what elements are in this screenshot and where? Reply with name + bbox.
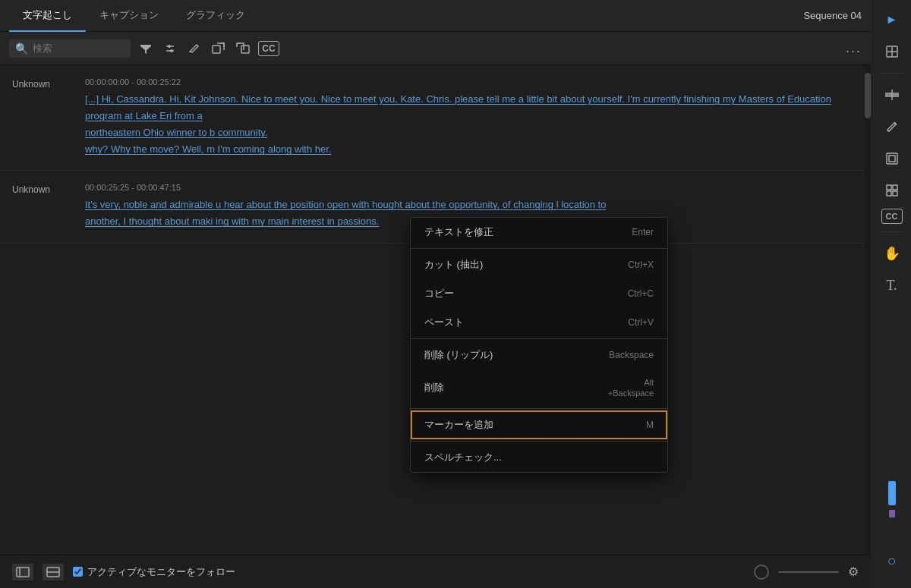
text-span-3: why? Why the move? Well, m (85, 143, 215, 155)
more-options-icon[interactable]: ... (846, 40, 862, 56)
menu-item-delete-ripple[interactable]: 削除 (リップル) Backspace (411, 341, 667, 369)
timestamp: 00:00:25:25 - 00:00:47:15 (85, 183, 859, 192)
menu-item-copy-label: コピー (424, 287, 454, 300)
text-span-froma: from a (172, 110, 202, 121)
monitor-follow-checkbox[interactable] (73, 567, 83, 577)
scrollbar-track[interactable] (865, 65, 871, 555)
text-span-community: community. (215, 127, 267, 138)
sequence-label: Sequence 04 (803, 10, 862, 21)
footer-circle-btn[interactable] (754, 564, 769, 580)
menu-item-delete-shortcut: Alt+Backspace (608, 377, 654, 399)
menu-item-edit-text[interactable]: テキストを修正 Enter (411, 218, 667, 247)
menu-item-edit-text-shortcut: Enter (632, 227, 654, 237)
monitor-follow-label: アクティブなモニターをフォロー (87, 565, 235, 579)
tabs-bar: 文字起こし キャプション グラフィック Sequence 04 (0, 0, 871, 32)
speaker-label: Unknown (12, 183, 73, 230)
content-area[interactable]: Unknown 00:00:00:00 - 00:00:25:22 [...] … (0, 65, 871, 555)
menu-item-paste[interactable]: ペースト Ctrl+V (411, 308, 667, 337)
menu-item-delete-ripple-label: 削除 (リップル) (424, 348, 493, 362)
circle-o: ○ (887, 552, 896, 570)
edit-icon[interactable] (185, 39, 203, 58)
menu-item-edit-text-label: テキストを修正 (424, 225, 493, 239)
text-span-2: northeastern Ohio winner to b (85, 127, 215, 138)
tab-caption[interactable]: キャプション (86, 0, 172, 32)
menu-item-copy[interactable]: コピー Ctrl+C (411, 279, 667, 308)
menu-item-paste-shortcut: Ctrl+V (628, 317, 654, 328)
menu-item-cut[interactable]: カット (抽出) Ctrl+X (411, 250, 667, 279)
sidebar-stamp-icon[interactable] (878, 145, 906, 172)
right-sidebar: ► CC ✋ T. (872, 0, 911, 588)
sidebar-divider-1 (881, 73, 903, 74)
svg-rect-18 (893, 185, 897, 190)
menu-item-spell-check[interactable]: スペルチェック... (411, 443, 667, 472)
sidebar-pen-icon[interactable] (878, 113, 906, 140)
svg-line-14 (894, 122, 897, 124)
svg-rect-16 (889, 156, 895, 162)
tab-mojokoshi[interactable]: 文字起こし (9, 0, 86, 32)
menu-item-delete-label: 削除 (424, 381, 444, 395)
import-icon[interactable] (234, 39, 252, 58)
blue-marker (888, 481, 896, 505)
transcript-text[interactable]: [...] Hi, Cassandra. Hi, Kit Johnson. Ni… (85, 91, 859, 158)
svg-rect-5 (241, 46, 249, 53)
sidebar-cc-icon[interactable]: CC (881, 209, 903, 224)
sidebar-divider-2 (881, 231, 903, 232)
main-panel: 文字起こし キャプション グラフィック Sequence 04 🔍 (0, 0, 872, 588)
search-icon: 🔍 (15, 42, 28, 55)
svg-rect-20 (893, 191, 897, 196)
menu-item-add-marker-label: マーカーを追加 (424, 418, 493, 432)
text-span-hear: u hear about the position open with (216, 199, 372, 210)
sidebar-cursor-icon[interactable] (878, 81, 906, 108)
sidebar-arrow-icon[interactable]: ► (878, 6, 906, 33)
text-span-main: ing with my main interest in passions. (213, 215, 379, 227)
tab-graphic[interactable]: グラフィック (172, 0, 259, 32)
sidebar-text-icon[interactable]: T. (878, 272, 906, 299)
menu-separator-2 (411, 338, 667, 339)
transcript-entry: Unknown 00:00:00:00 - 00:00:25:22 [...] … (0, 65, 871, 171)
purple-marker (889, 510, 895, 517)
scrollbar-thumb[interactable] (865, 73, 871, 118)
svg-rect-6 (17, 568, 29, 577)
monitor-follow-wrap[interactable]: アクティブなモニターをフォロー (73, 565, 235, 579)
footer-bar: アクティブなモニターをフォロー ⚙ (0, 555, 871, 588)
text-span-location: location to (559, 199, 607, 210)
menu-item-delete[interactable]: 削除 Alt+Backspace (411, 369, 667, 407)
text-span-coming: I'm coming along with her. (215, 143, 332, 155)
menu-item-paste-label: ペースト (424, 316, 464, 329)
sidebar-expand-icon[interactable] (878, 38, 906, 65)
svg-rect-19 (887, 191, 891, 196)
svg-rect-17 (887, 185, 891, 190)
cc-icon[interactable]: CC (258, 41, 279, 56)
svg-rect-15 (887, 153, 897, 164)
toolbar: 🔍 (0, 32, 871, 65)
sidebar-stamp2-icon[interactable] (878, 177, 906, 204)
sidebar-hand-icon[interactable]: ✋ (878, 240, 906, 267)
text-span-thought: hought about the opportunity, of changin… (372, 199, 559, 210)
search-box[interactable]: 🔍 (9, 39, 131, 58)
menu-separator-4 (411, 441, 667, 442)
menu-separator-1 (411, 248, 667, 249)
menu-item-add-marker[interactable]: マーカーを追加 M (411, 410, 667, 439)
entry-content: 00:00:00:00 - 00:00:25:22 [...] Hi, Cass… (85, 77, 859, 158)
adjust-icon[interactable] (161, 39, 179, 58)
search-input[interactable] (33, 42, 116, 54)
timestamp: 00:00:00:00 - 00:00:25:22 (85, 77, 859, 86)
menu-item-delete-ripple-shortcut: Backspace (609, 350, 654, 360)
speaker-label: Unknown (12, 77, 73, 158)
export-icon[interactable] (210, 39, 228, 58)
tabs-left: 文字起こし キャプション グラフィック (9, 0, 259, 32)
svg-point-3 (170, 49, 173, 52)
text-span-another: another, I thought about maki (85, 215, 213, 227)
footer-slider[interactable] (778, 571, 839, 573)
menu-item-add-marker-shortcut: M (646, 420, 654, 430)
filter-icon[interactable] (137, 39, 155, 58)
footer-settings-icon[interactable]: ⚙ (848, 564, 859, 579)
svg-rect-4 (213, 46, 220, 53)
menu-item-cut-label: カット (抽出) (424, 258, 483, 272)
svg-point-1 (168, 45, 171, 48)
text-span-4: It's very, noble and admirable (85, 199, 216, 210)
context-menu[interactable]: テキストを修正 Enter カット (抽出) Ctrl+X コピー Ctrl+C… (410, 217, 668, 473)
footer-icon-1[interactable] (12, 564, 33, 580)
footer-icon-2[interactable] (43, 564, 64, 580)
menu-item-cut-shortcut: Ctrl+X (628, 259, 654, 270)
